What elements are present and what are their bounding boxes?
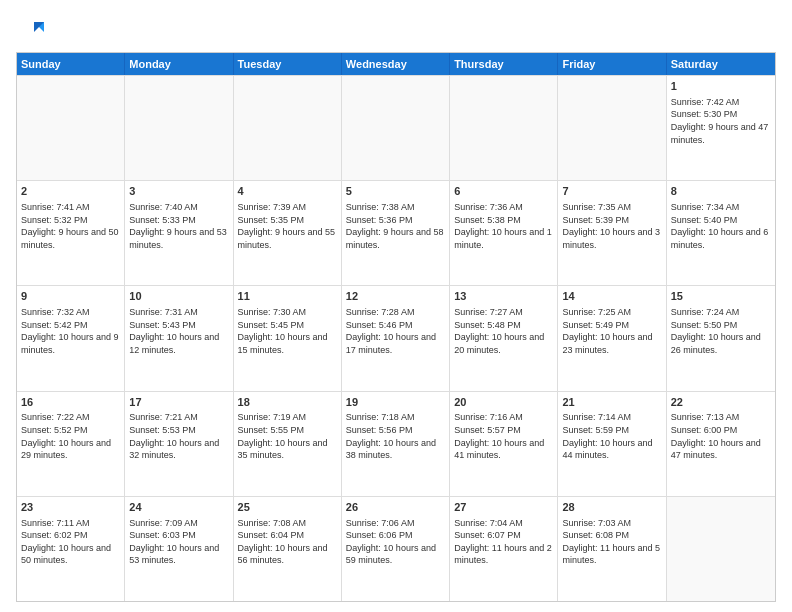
calendar-cell: 10Sunrise: 7:31 AM Sunset: 5:43 PM Dayli… [125,286,233,390]
day-info: Sunrise: 7:24 AM Sunset: 5:50 PM Dayligh… [671,306,771,356]
calendar-cell: 28Sunrise: 7:03 AM Sunset: 6:08 PM Dayli… [558,497,666,601]
calendar-cell: 21Sunrise: 7:14 AM Sunset: 5:59 PM Dayli… [558,392,666,496]
day-number: 4 [238,184,337,199]
calendar-cell: 20Sunrise: 7:16 AM Sunset: 5:57 PM Dayli… [450,392,558,496]
day-number: 19 [346,395,445,410]
calendar-cell [342,76,450,180]
day-info: Sunrise: 7:14 AM Sunset: 5:59 PM Dayligh… [562,411,661,461]
calendar-row: 9Sunrise: 7:32 AM Sunset: 5:42 PM Daylig… [17,285,775,390]
weekday-header: Thursday [450,53,558,75]
calendar-cell: 6Sunrise: 7:36 AM Sunset: 5:38 PM Daylig… [450,181,558,285]
day-number: 25 [238,500,337,515]
calendar-cell: 27Sunrise: 7:04 AM Sunset: 6:07 PM Dayli… [450,497,558,601]
header [16,12,776,44]
calendar-cell: 13Sunrise: 7:27 AM Sunset: 5:48 PM Dayli… [450,286,558,390]
day-number: 20 [454,395,553,410]
logo [16,16,48,44]
day-info: Sunrise: 7:21 AM Sunset: 5:53 PM Dayligh… [129,411,228,461]
day-info: Sunrise: 7:35 AM Sunset: 5:39 PM Dayligh… [562,201,661,251]
weekday-header: Monday [125,53,233,75]
weekday-header: Tuesday [234,53,342,75]
day-info: Sunrise: 7:38 AM Sunset: 5:36 PM Dayligh… [346,201,445,251]
page: SundayMondayTuesdayWednesdayThursdayFrid… [0,0,792,612]
calendar-cell: 9Sunrise: 7:32 AM Sunset: 5:42 PM Daylig… [17,286,125,390]
day-number: 23 [21,500,120,515]
calendar-cell: 25Sunrise: 7:08 AM Sunset: 6:04 PM Dayli… [234,497,342,601]
day-number: 10 [129,289,228,304]
calendar-cell: 4Sunrise: 7:39 AM Sunset: 5:35 PM Daylig… [234,181,342,285]
day-number: 2 [21,184,120,199]
day-number: 27 [454,500,553,515]
day-info: Sunrise: 7:03 AM Sunset: 6:08 PM Dayligh… [562,517,661,567]
weekday-header: Friday [558,53,666,75]
calendar-cell: 12Sunrise: 7:28 AM Sunset: 5:46 PM Dayli… [342,286,450,390]
day-info: Sunrise: 7:34 AM Sunset: 5:40 PM Dayligh… [671,201,771,251]
day-number: 26 [346,500,445,515]
calendar-cell [234,76,342,180]
calendar-cell: 17Sunrise: 7:21 AM Sunset: 5:53 PM Dayli… [125,392,233,496]
day-info: Sunrise: 7:19 AM Sunset: 5:55 PM Dayligh… [238,411,337,461]
day-info: Sunrise: 7:06 AM Sunset: 6:06 PM Dayligh… [346,517,445,567]
calendar-cell [558,76,666,180]
day-number: 13 [454,289,553,304]
calendar-cell: 14Sunrise: 7:25 AM Sunset: 5:49 PM Dayli… [558,286,666,390]
day-number: 22 [671,395,771,410]
day-info: Sunrise: 7:30 AM Sunset: 5:45 PM Dayligh… [238,306,337,356]
day-number: 7 [562,184,661,199]
weekday-header: Wednesday [342,53,450,75]
day-info: Sunrise: 7:39 AM Sunset: 5:35 PM Dayligh… [238,201,337,251]
calendar-cell: 1Sunrise: 7:42 AM Sunset: 5:30 PM Daylig… [667,76,775,180]
calendar-row: 16Sunrise: 7:22 AM Sunset: 5:52 PM Dayli… [17,391,775,496]
calendar-row: 23Sunrise: 7:11 AM Sunset: 6:02 PM Dayli… [17,496,775,601]
day-info: Sunrise: 7:42 AM Sunset: 5:30 PM Dayligh… [671,96,771,146]
day-number: 8 [671,184,771,199]
day-number: 17 [129,395,228,410]
day-info: Sunrise: 7:22 AM Sunset: 5:52 PM Dayligh… [21,411,120,461]
day-info: Sunrise: 7:04 AM Sunset: 6:07 PM Dayligh… [454,517,553,567]
day-info: Sunrise: 7:27 AM Sunset: 5:48 PM Dayligh… [454,306,553,356]
calendar-cell: 19Sunrise: 7:18 AM Sunset: 5:56 PM Dayli… [342,392,450,496]
calendar-cell: 23Sunrise: 7:11 AM Sunset: 6:02 PM Dayli… [17,497,125,601]
day-info: Sunrise: 7:08 AM Sunset: 6:04 PM Dayligh… [238,517,337,567]
day-number: 15 [671,289,771,304]
calendar-cell: 24Sunrise: 7:09 AM Sunset: 6:03 PM Dayli… [125,497,233,601]
calendar-cell: 5Sunrise: 7:38 AM Sunset: 5:36 PM Daylig… [342,181,450,285]
day-number: 9 [21,289,120,304]
calendar-cell [667,497,775,601]
calendar-cell: 18Sunrise: 7:19 AM Sunset: 5:55 PM Dayli… [234,392,342,496]
day-info: Sunrise: 7:09 AM Sunset: 6:03 PM Dayligh… [129,517,228,567]
calendar-cell: 11Sunrise: 7:30 AM Sunset: 5:45 PM Dayli… [234,286,342,390]
day-info: Sunrise: 7:16 AM Sunset: 5:57 PM Dayligh… [454,411,553,461]
day-info: Sunrise: 7:41 AM Sunset: 5:32 PM Dayligh… [21,201,120,251]
calendar-cell: 15Sunrise: 7:24 AM Sunset: 5:50 PM Dayli… [667,286,775,390]
calendar-cell: 16Sunrise: 7:22 AM Sunset: 5:52 PM Dayli… [17,392,125,496]
day-number: 18 [238,395,337,410]
calendar-cell: 22Sunrise: 7:13 AM Sunset: 6:00 PM Dayli… [667,392,775,496]
day-info: Sunrise: 7:31 AM Sunset: 5:43 PM Dayligh… [129,306,228,356]
logo-icon [16,16,44,44]
day-info: Sunrise: 7:40 AM Sunset: 5:33 PM Dayligh… [129,201,228,251]
day-number: 14 [562,289,661,304]
calendar-cell [450,76,558,180]
svg-rect-0 [16,16,44,44]
calendar-cell: 8Sunrise: 7:34 AM Sunset: 5:40 PM Daylig… [667,181,775,285]
day-number: 21 [562,395,661,410]
day-info: Sunrise: 7:32 AM Sunset: 5:42 PM Dayligh… [21,306,120,356]
calendar-cell: 2Sunrise: 7:41 AM Sunset: 5:32 PM Daylig… [17,181,125,285]
day-number: 28 [562,500,661,515]
day-number: 6 [454,184,553,199]
calendar-header: SundayMondayTuesdayWednesdayThursdayFrid… [17,53,775,75]
calendar: SundayMondayTuesdayWednesdayThursdayFrid… [16,52,776,602]
day-number: 11 [238,289,337,304]
weekday-header: Saturday [667,53,775,75]
calendar-cell: 3Sunrise: 7:40 AM Sunset: 5:33 PM Daylig… [125,181,233,285]
day-number: 12 [346,289,445,304]
day-info: Sunrise: 7:11 AM Sunset: 6:02 PM Dayligh… [21,517,120,567]
day-number: 1 [671,79,771,94]
day-number: 24 [129,500,228,515]
calendar-cell: 7Sunrise: 7:35 AM Sunset: 5:39 PM Daylig… [558,181,666,285]
calendar-body: 1Sunrise: 7:42 AM Sunset: 5:30 PM Daylig… [17,75,775,601]
calendar-row: 2Sunrise: 7:41 AM Sunset: 5:32 PM Daylig… [17,180,775,285]
day-info: Sunrise: 7:13 AM Sunset: 6:00 PM Dayligh… [671,411,771,461]
day-info: Sunrise: 7:36 AM Sunset: 5:38 PM Dayligh… [454,201,553,251]
